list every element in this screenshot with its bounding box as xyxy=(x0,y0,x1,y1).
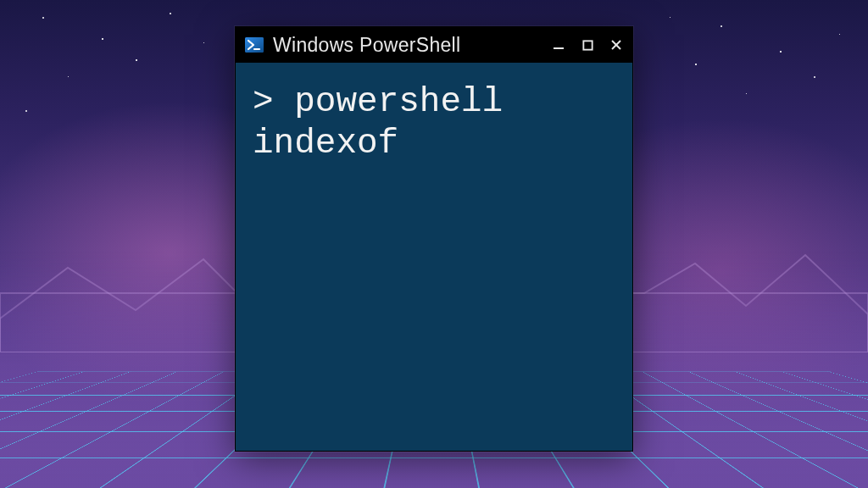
close-button[interactable] xyxy=(607,36,626,54)
window-titlebar[interactable]: Windows PowerShell xyxy=(236,27,632,63)
command-text: powershell indexof xyxy=(253,82,524,162)
window-title: Windows PowerShell xyxy=(273,34,541,57)
svg-rect-4 xyxy=(583,41,592,49)
powershell-icon xyxy=(244,35,264,55)
command-line: > powershell indexof xyxy=(253,81,615,164)
window-controls xyxy=(549,36,626,54)
prompt-symbol: > xyxy=(253,82,274,121)
maximize-button[interactable] xyxy=(578,36,597,54)
minimize-button[interactable] xyxy=(549,36,568,54)
terminal-body[interactable]: > powershell indexof xyxy=(236,63,632,451)
powershell-window: Windows PowerShell > powershell indexof xyxy=(235,26,633,452)
